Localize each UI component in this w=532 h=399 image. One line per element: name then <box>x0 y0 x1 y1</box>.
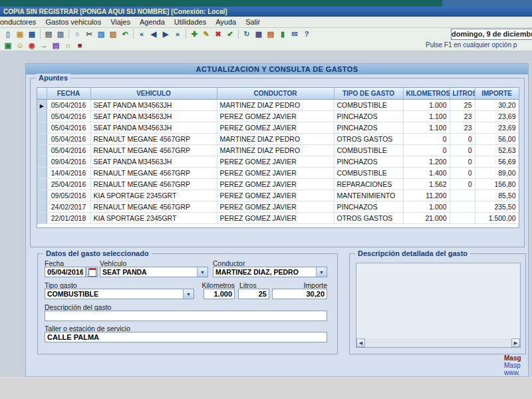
grid-header-cell[interactable]: TIPO DE GASTO <box>334 88 403 99</box>
grid-cell[interactable]: MARTINEZ DIAZ PEDRO <box>217 133 334 144</box>
menu-item-utilidades[interactable]: Utilidades <box>170 17 211 27</box>
grid-header-cell[interactable]: IMPORTE <box>475 88 519 99</box>
grid-cell[interactable]: PEREZ GOMEZ JAVIER <box>217 110 334 122</box>
search-icon[interactable]: ○ <box>71 29 83 39</box>
grid-cell[interactable]: 89,00 <box>475 167 519 178</box>
drivers-icon[interactable]: ☺ <box>14 40 26 51</box>
exit-icon[interactable]: ■ <box>74 40 86 51</box>
grid-cell[interactable]: RENAULT MEGANE 4567GRP <box>90 133 217 144</box>
row-selector-cell[interactable] <box>37 201 47 212</box>
grid-row[interactable]: 09/05/2016KIA SPORTAGE 2345GRTPEREZ GOME… <box>37 190 519 201</box>
title-bar[interactable]: COPIA SIN REGISTRAR [PONGA AQUI SU NOMBR… <box>0 7 532 17</box>
save-icon[interactable]: ▦ <box>26 29 38 39</box>
grid-cell[interactable]: 56,00 <box>475 133 519 144</box>
menu-item-salir[interactable]: Salir <box>241 17 265 27</box>
grid-cell[interactable]: 85,50 <box>475 190 519 201</box>
grid-cell[interactable]: 0 <box>450 156 475 167</box>
email-icon[interactable]: ✉ <box>289 29 301 39</box>
grid-cell[interactable]: OTROS GASTOS <box>334 133 403 144</box>
grid-cell[interactable]: PEREZ GOMEZ JAVIER <box>217 122 334 133</box>
grid-header-cell[interactable]: FECHA <box>47 88 90 99</box>
edit-record-icon[interactable]: ✎ <box>200 29 212 39</box>
grid-cell[interactable]: 23,69 <box>475 122 519 133</box>
grid-cell[interactable]: PINCHAZOS <box>334 201 403 212</box>
grid-header-cell[interactable]: KILOMETROS <box>403 88 450 99</box>
chevron-down-icon[interactable]: ▼ <box>183 289 194 299</box>
chevron-down-icon[interactable]: ▼ <box>316 267 327 277</box>
row-selector-cell[interactable] <box>37 110 47 122</box>
grid-cell[interactable]: KIA SPORTAGE 2345GRT <box>90 212 217 223</box>
grid-row[interactable]: 25/04/2016RENAULT MEGANE 4567GRPPEREZ GO… <box>37 178 519 190</box>
calendar-button[interactable] <box>86 267 98 277</box>
row-selector-cell[interactable] <box>37 122 47 133</box>
delete-record-icon[interactable]: ✖ <box>212 29 224 39</box>
paste-icon[interactable]: ▨ <box>107 29 119 39</box>
last-record-icon[interactable]: » <box>172 29 184 39</box>
tipo-gasto-select[interactable]: COMBUSTIBLE ▼ <box>45 289 194 299</box>
grid-cell[interactable]: 05/04/2016 <box>47 144 90 156</box>
grid-cell[interactable]: PEREZ GOMEZ JAVIER <box>217 167 334 178</box>
grid-cell[interactable]: 1.200 <box>403 156 450 167</box>
grid-cell[interactable]: 235,50 <box>475 201 519 212</box>
row-selector-cell[interactable] <box>37 190 47 201</box>
grid-row[interactable]: 09/04/2016SEAT PANDA M34563JHPEREZ GOMEZ… <box>37 156 519 167</box>
grid-cell[interactable]: PINCHAZOS <box>334 156 403 167</box>
grid-cell[interactable]: PEREZ GOMEZ JAVIER <box>217 212 334 223</box>
grid-row[interactable]: 05/04/2016SEAT PANDA M34563JHPEREZ GOMEZ… <box>37 122 519 133</box>
vehiculo-select[interactable]: SEAT PANDA ▼ <box>100 267 208 277</box>
grid-cell[interactable]: 30,20 <box>475 99 519 110</box>
chart-icon[interactable]: ▮ <box>277 29 289 39</box>
open-folder-icon[interactable]: ▣ <box>14 29 26 39</box>
fecha-input[interactable] <box>45 267 86 277</box>
menu-item-agenda[interactable]: Agenda <box>135 17 170 27</box>
print-icon[interactable]: ▤ <box>43 29 55 39</box>
grid-cell[interactable]: 05/04/2016 <box>47 133 90 144</box>
grid-cell[interactable]: 05/04/2016 <box>47 99 90 110</box>
grid-row[interactable]: ▶05/04/2016SEAT PANDA M34563JHMARTINEZ D… <box>37 99 519 110</box>
grid-row[interactable]: 05/04/2016RENAULT MEGANE 4567GRPMARTINEZ… <box>37 133 519 144</box>
grid-cell[interactable]: 0 <box>450 178 475 190</box>
grid-cell[interactable]: PEREZ GOMEZ JAVIER <box>217 190 334 201</box>
refresh-icon[interactable]: ↻ <box>241 29 253 39</box>
grid-cell[interactable]: 25 <box>450 99 475 110</box>
grid-header-cell[interactable]: VEHICULO <box>90 88 217 99</box>
vendor-website-link[interactable]: www. <box>504 369 531 376</box>
grid-cell[interactable]: SEAT PANDA M34563JH <box>90 122 217 133</box>
grid-cell[interactable]: 0 <box>450 144 475 156</box>
grid-cell[interactable]: 21.000 <box>403 212 450 223</box>
copy-icon[interactable]: ▧ <box>95 29 107 39</box>
row-selector-cell[interactable] <box>37 133 47 144</box>
calculator-icon[interactable]: ▦ <box>253 29 265 39</box>
grid-cell[interactable]: 23 <box>450 110 475 122</box>
row-selector-cell[interactable] <box>37 144 47 156</box>
grid-cell[interactable]: MARTINEZ DIAZ PEDRO <box>217 99 334 110</box>
fuel-icon[interactable]: ◉ <box>26 40 38 51</box>
taller-input[interactable] <box>45 332 327 342</box>
row-selector-cell[interactable]: ▶ <box>37 99 47 110</box>
expenses-grid-container[interactable]: FECHAVEHICULOCONDUCTORTIPO DE GASTOKILOM… <box>37 87 519 228</box>
vehicles-icon[interactable]: ▣ <box>2 40 14 51</box>
grid-cell[interactable] <box>450 201 475 212</box>
agenda-icon[interactable]: ▤ <box>50 40 62 51</box>
horizontal-scrollbar[interactable]: ◀ ▶ <box>356 338 520 347</box>
grid-cell[interactable]: 1.562 <box>403 178 450 190</box>
vendor-link[interactable]: Masp <box>504 362 531 369</box>
descripcion-input[interactable] <box>45 311 327 321</box>
grid-cell[interactable]: MANTENIMIENTO <box>334 190 403 201</box>
new-document-icon[interactable]: ▯ <box>2 29 14 39</box>
grid-row[interactable]: 05/04/2016RENAULT MEGANE 4567GRPMARTINEZ… <box>37 144 519 156</box>
grid-cell[interactable]: OTROS GASTOS <box>334 212 403 223</box>
grid-cell[interactable]: 1.100 <box>403 110 450 122</box>
grid-cell[interactable]: 22/01/2018 <box>47 212 90 223</box>
grid-cell[interactable]: RENAULT MEGANE 4567GRP <box>90 167 217 178</box>
grid-cell[interactable]: 23 <box>450 122 475 133</box>
grid-cell[interactable]: 1.000 <box>403 99 450 110</box>
grid-row[interactable]: 22/01/2018KIA SPORTAGE 2345GRTPEREZ GOME… <box>37 212 519 223</box>
grid-cell[interactable]: 05/04/2016 <box>47 110 90 122</box>
grid-cell[interactable]: PEREZ GOMEZ JAVIER <box>217 156 334 167</box>
cut-icon[interactable]: ✂ <box>83 29 95 39</box>
grid-header-cell[interactable]: CONDUCTOR <box>217 88 334 99</box>
row-selector-cell[interactable] <box>37 156 47 167</box>
grid-cell[interactable]: SEAT PANDA M34563JH <box>90 156 217 167</box>
grid-cell[interactable]: 14/04/2016 <box>47 167 90 178</box>
